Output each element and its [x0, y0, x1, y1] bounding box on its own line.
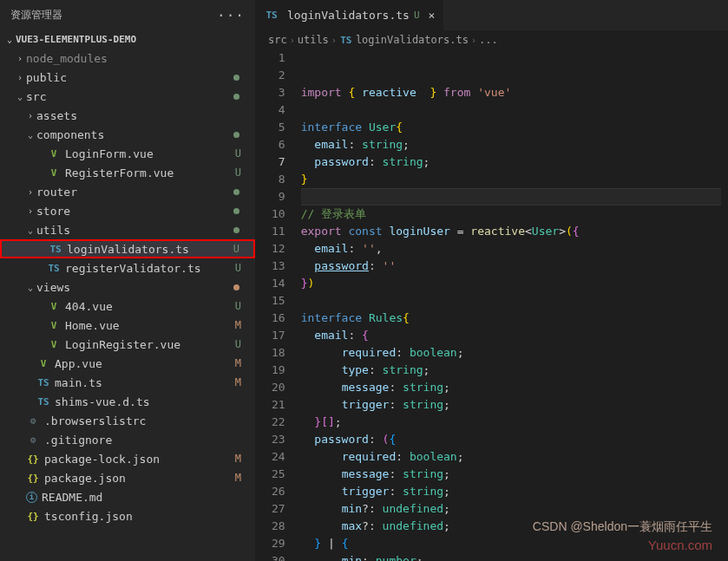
code-line[interactable]: password: string; — [301, 153, 721, 171]
code-content[interactable]: import { reactive } from 'vue' interface… — [301, 49, 721, 561]
watermark-yuucn: Yuucn.com — [648, 537, 712, 554]
breadcrumb-segment[interactable]: utils — [298, 34, 329, 46]
code-line[interactable]: interface User{ — [301, 119, 721, 136]
json-icon: {} — [26, 452, 40, 466]
line-number: 23 — [272, 431, 285, 448]
folder-src[interactable]: ⌄src — [0, 87, 255, 106]
line-number: 25 — [272, 466, 285, 483]
folder-store[interactable]: ›store — [0, 201, 255, 220]
json-icon: {} — [26, 509, 40, 523]
item-label: shims-vue.d.ts — [55, 395, 248, 408]
vue-icon: V — [47, 166, 61, 179]
folder-router[interactable]: ›router — [0, 182, 255, 201]
code-line[interactable]: email: { — [301, 327, 721, 344]
json-icon: {} — [26, 471, 40, 485]
line-number: 18 — [272, 344, 285, 362]
minimap[interactable] — [721, 49, 728, 561]
line-number: 30 — [272, 552, 285, 561]
folder-public[interactable]: ›public — [0, 68, 255, 87]
file-loginValidators.ts[interactable]: TSloginValidators.tsU — [0, 239, 255, 258]
file-404.vue[interactable]: V404.vueU — [0, 297, 255, 316]
code-line[interactable]: // 登录表单 — [301, 205, 721, 223]
file-LoginRegister.vue[interactable]: VLoginRegister.vueU — [0, 335, 255, 354]
git-status: M — [235, 357, 241, 369]
code-line[interactable]: import { reactive } from 'vue' — [301, 84, 721, 101]
file-main.ts[interactable]: TSmain.tsM — [0, 373, 255, 392]
code-line[interactable]: password: ({ — [301, 431, 721, 448]
file-tsconfig.json[interactable]: {}tsconfig.json — [0, 506, 255, 525]
line-number: 29 — [272, 535, 285, 552]
status-dot — [233, 132, 239, 138]
breadcrumb-segment[interactable]: ... — [479, 34, 498, 46]
chevron-right-icon: › — [24, 111, 36, 121]
code-line[interactable]: interface Rules{ — [301, 310, 721, 327]
info-icon: i — [26, 492, 37, 503]
code-line[interactable]: min?: undefined; — [301, 500, 721, 518]
file-shims-vue.d.ts[interactable]: TSshims-vue.d.ts — [0, 392, 255, 411]
editor-tabs: TS loginValidators.ts U × — [256, 0, 728, 30]
git-status: U — [235, 300, 241, 312]
code-line[interactable]: email: '', — [301, 240, 721, 258]
git-status: U — [235, 338, 241, 350]
file-App.vue[interactable]: VApp.vueM — [0, 354, 255, 373]
file-package.json[interactable]: {}package.jsonM — [0, 468, 255, 487]
line-number: 10 — [272, 205, 285, 223]
code-line[interactable]: email: string; — [301, 136, 721, 153]
code-line[interactable]: } — [301, 171, 721, 188]
item-label: registerValidator.ts — [65, 262, 235, 275]
code-line[interactable]: export const loginUser = reactive<User>(… — [301, 223, 721, 240]
folder-assets[interactable]: ›assets — [0, 106, 255, 125]
close-icon[interactable]: × — [429, 9, 436, 22]
file-registerValidator.ts[interactable]: TSregisterValidator.tsU — [0, 258, 255, 277]
item-label: utils — [36, 224, 233, 237]
git-status-badge: U — [414, 10, 420, 21]
file-README.md[interactable]: iREADME.md — [0, 487, 255, 506]
line-number: 22 — [272, 414, 285, 431]
item-label: package.json — [44, 472, 235, 485]
code-line[interactable]: type: string; — [301, 362, 721, 379]
config-icon: ⚙ — [26, 414, 40, 427]
code-line[interactable]: trigger: string; — [301, 483, 721, 500]
status-dot — [233, 75, 239, 81]
code-line[interactable]: }[]; — [301, 414, 721, 431]
code-editor[interactable]: 1234567891011121314151617181920212223242… — [256, 49, 728, 561]
editor-area: TS loginValidators.ts U × src›utils›TSlo… — [256, 0, 728, 561]
file-Home.vue[interactable]: VHome.vueM — [0, 316, 255, 335]
code-line[interactable]: }) — [301, 275, 721, 292]
project-root[interactable]: ⌄ VUE3-ELEMENTPLUS-DEMO — [0, 30, 255, 49]
file-RegisterForm.vue[interactable]: VRegisterForm.vueU — [0, 163, 255, 182]
item-label: store — [36, 205, 233, 218]
code-line[interactable]: message: string; — [301, 379, 721, 396]
folder-views[interactable]: ⌄views — [0, 277, 255, 297]
git-status: U — [235, 262, 241, 274]
line-number: 5 — [272, 119, 285, 136]
file-package-lock.json[interactable]: {}package-lock.jsonM — [0, 449, 255, 468]
vue-icon: V — [47, 299, 61, 313]
breadcrumb-segment[interactable]: src — [268, 34, 287, 46]
folder-node_modules[interactable]: ›node_modules — [0, 49, 255, 68]
chevron-down-icon: ⌄ — [14, 92, 26, 101]
file-.gitignore[interactable]: ⚙.gitignore — [0, 430, 255, 449]
breadcrumbs[interactable]: src›utils›TSloginValidators.ts›... — [256, 30, 728, 49]
code-line[interactable] — [301, 101, 721, 119]
item-label: RegisterForm.vue — [65, 166, 235, 179]
file-.browserslistrc[interactable]: ⚙.browserslistrc — [0, 411, 255, 430]
code-line[interactable]: password: '' — [301, 258, 721, 275]
more-actions-icon[interactable]: ··· — [217, 7, 245, 23]
code-line[interactable]: message: string; — [301, 466, 721, 483]
folder-utils[interactable]: ⌄utils — [0, 220, 255, 239]
code-line[interactable] — [301, 292, 721, 310]
item-label: public — [26, 71, 233, 84]
chevron-down-icon: ⌄ — [24, 225, 36, 235]
line-number: 2 — [272, 67, 285, 84]
tab-loginvalidators[interactable]: TS loginValidators.ts U × — [256, 0, 444, 30]
chevron-right-icon: › — [14, 54, 26, 63]
line-number: 6 — [272, 136, 285, 153]
code-line[interactable] — [301, 188, 721, 205]
folder-components[interactable]: ⌄components — [0, 125, 255, 144]
file-LoginForm.vue[interactable]: VLoginForm.vueU — [0, 144, 255, 163]
code-line[interactable]: required: boolean; — [301, 448, 721, 466]
code-line[interactable]: required: boolean; — [301, 344, 721, 362]
code-line[interactable]: trigger: string; — [301, 396, 721, 414]
breadcrumb-segment[interactable]: TSloginValidators.ts — [339, 33, 469, 47]
